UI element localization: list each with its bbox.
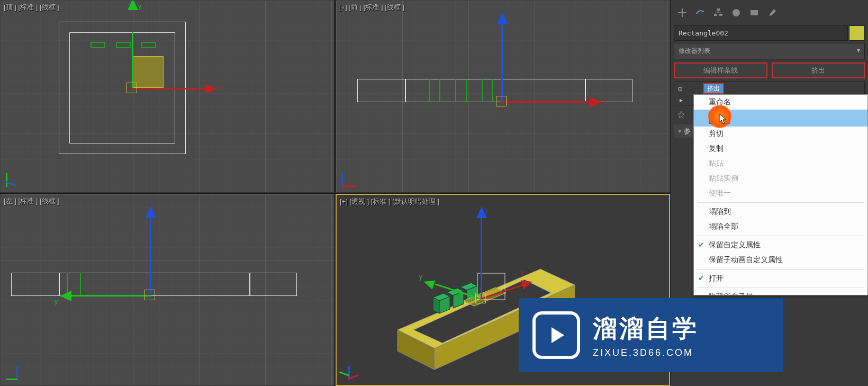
hierarchy-tab-icon[interactable] (711, 5, 726, 20)
axis-y-line (132, 32, 133, 88)
viewport-left[interactable]: [左 ] [标准 ] [线框 ] y (0, 194, 334, 387)
wireframe-line (405, 79, 406, 102)
axis-z-line (481, 216, 482, 298)
motion-tab-icon[interactable] (729, 5, 744, 20)
wireframe-line (466, 79, 467, 102)
viewport-top[interactable]: [顶 ] [标准 ] [线框 ] y x (0, 0, 334, 193)
cm-separator (697, 288, 864, 288)
cm-copy[interactable]: 复制 (694, 141, 867, 156)
cm-cut[interactable]: 剪切 (694, 127, 867, 141)
wireframe-line (585, 79, 586, 102)
check-icon: ✔ (698, 274, 704, 282)
axis-y-arrow-icon (128, 0, 138, 10)
svg-rect-13 (717, 8, 720, 11)
axis-y-line (69, 295, 151, 297)
play-logo-icon (532, 311, 580, 359)
axis-x-arrow-icon (590, 97, 602, 107)
mini-axis-icon (341, 166, 363, 187)
cm-collapse-all[interactable]: 塌陷全部 (694, 219, 867, 234)
wireframe-line (429, 79, 430, 102)
extrude-button[interactable]: 挤出 (772, 62, 865, 78)
modifier-list-dropdown[interactable]: 修改器列表 (674, 43, 865, 59)
gizmo-origin (496, 96, 507, 106)
mini-axis-icon (6, 166, 27, 187)
viewport-label[interactable]: [顶 ] [标准 ] [线框 ] (4, 3, 59, 12)
wireframe-line (482, 79, 483, 102)
wireframe-line (439, 79, 440, 102)
create-tab-icon[interactable] (675, 5, 690, 20)
object-color-swatch[interactable] (849, 25, 865, 41)
wireframe-line (249, 273, 250, 296)
wireframe-line (492, 79, 493, 102)
gizmo-origin (475, 293, 486, 303)
cm-keep-custom-attr[interactable]: ✔保留自定义属性 (694, 238, 867, 253)
cm-collapse-to[interactable]: 塌陷到 (694, 204, 867, 219)
axis-x-label: x (219, 84, 222, 92)
mini-axis-icon (6, 359, 27, 380)
axis-z-label: z (485, 208, 488, 215)
svg-rect-15 (719, 14, 722, 16)
gizmo-origin (126, 83, 137, 93)
viewport-label[interactable]: [+] [前 ] [标准 ] [线框 ] (339, 3, 404, 12)
svg-marker-18 (551, 327, 564, 343)
axis-z-arrow-icon (497, 12, 508, 24)
object-name-row (674, 25, 865, 41)
object-name-input[interactable] (674, 25, 848, 41)
cm-hide-subtree[interactable]: 隐藏所有子树 (694, 290, 867, 295)
watermark-subtitle: ZIXUE.3D66.COM (593, 347, 699, 358)
wireframe-line (80, 273, 81, 296)
axis-y-arrow-icon (60, 291, 71, 301)
axis-x-label: x (521, 269, 524, 276)
axis-z-line (501, 22, 503, 101)
viewport-front[interactable]: [+] [前 ] [标准 ] [线框 ] x (336, 0, 670, 193)
wireframe-rect (91, 42, 105, 48)
viewport-label[interactable]: [+] [透视 ] [标准 ] [默认明暗处理 ] (340, 197, 439, 207)
command-panel-tabs (673, 2, 866, 23)
modifier-context-menu: 重命名 删除 剪切 复制 粘贴 粘贴实例 使唯一 塌陷到 塌陷全部 ✔保留自定义… (693, 94, 868, 295)
wireframe-line (455, 79, 456, 102)
svg-rect-17 (751, 10, 758, 15)
svg-point-16 (733, 9, 740, 16)
axis-x-label: x (603, 98, 607, 105)
svg-rect-14 (714, 14, 717, 16)
axis-y-label: y (419, 273, 422, 281)
cm-delete[interactable]: 删除 (694, 110, 867, 127)
modify-tab-icon[interactable] (693, 5, 708, 20)
wireframe-rect (116, 42, 131, 48)
cm-separator (697, 269, 864, 270)
cm-rename[interactable]: 重命名 (694, 95, 867, 110)
check-icon: ✔ (698, 240, 704, 249)
watermark-title: 溜溜自学 (593, 312, 699, 345)
axis-z-line (150, 216, 151, 295)
stack-item-extrude[interactable]: 挤出 (703, 83, 724, 94)
cm-separator (697, 236, 864, 236)
cm-paste-instance: 粘贴实例 (694, 171, 867, 186)
gizmo-origin (144, 290, 155, 300)
pin-stack-icon[interactable] (675, 109, 688, 121)
axis-x-arrow-icon (205, 84, 216, 94)
display-tab-icon[interactable] (747, 5, 762, 20)
cm-paste: 粘贴 (694, 156, 867, 171)
visibility-toggle-icon[interactable]: ⊙ (677, 85, 687, 93)
viewport-label[interactable]: [左 ] [标准 ] [线框 ] (4, 196, 59, 206)
watermark-logo: 溜溜自学 ZIXUE.3D66.COM (519, 298, 783, 372)
mini-axis-icon (342, 358, 363, 380)
modifier-buttons-row: 编辑样条线 挤出 (674, 62, 865, 78)
utilities-tab-icon[interactable] (765, 5, 780, 20)
cm-make-unique: 使唯一 (694, 186, 867, 201)
axis-y-label: y (55, 298, 58, 306)
axis-y-label: y (138, 3, 141, 10)
wireframe-rect (141, 42, 156, 48)
axis-x-line (132, 88, 206, 89)
edit-spline-button[interactable]: 编辑样条线 (674, 62, 767, 78)
cm-keep-subanim-attr[interactable]: 保留子动画自定义属性 (694, 253, 867, 267)
cm-separator (697, 202, 864, 203)
axis-x-line (501, 101, 591, 103)
axis-z-arrow-icon (146, 206, 156, 218)
cm-open[interactable]: ✔打开 (694, 271, 867, 286)
